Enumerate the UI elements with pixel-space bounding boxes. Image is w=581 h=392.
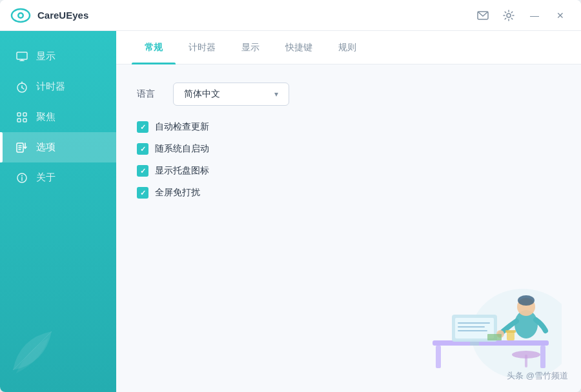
desk-illustration-icon [394,250,562,379]
svg-rect-39 [525,355,527,368]
watermark: 头条 @雪竹频道 [507,370,568,382]
minimize-button[interactable]: — [524,5,545,26]
svg-rect-14 [17,119,21,122]
language-select[interactable]: 简体中文 ▾ [173,83,289,106]
tab-rules[interactable]: 规则 [325,31,369,64]
sidebar-item-focus[interactable]: 聚焦 [0,102,116,132]
svg-rect-27 [540,346,545,368]
svg-rect-12 [17,113,21,116]
title-bar-right: — ✕ [473,5,571,26]
language-row: 语言 简体中文 ▾ [137,83,560,106]
checkbox-auto-update[interactable]: ✓ 自动检查更新 [137,121,560,133]
sidebar-focus-label: 聚焦 [36,111,56,123]
content-area: 常规 计时器 显示 快捷键 规则 语言 [116,31,581,392]
timer-icon [15,81,28,93]
checkmark-icon: ✓ [140,189,146,197]
sidebar-timer-label: 计时器 [36,81,65,93]
checkmark-icon: ✓ [140,123,146,132]
sidebar-options-label: 选项 [36,141,56,153]
options-icon [15,142,28,153]
gear-icon [503,10,515,21]
svg-rect-5 [17,52,27,59]
close-icon: ✕ [556,10,564,21]
svg-point-2 [19,14,23,17]
svg-line-11 [22,88,24,89]
email-button[interactable] [473,5,493,26]
settings-button[interactable] [498,5,519,26]
checkbox-auto-update-label: 自动检查更新 [155,121,209,133]
checkbox-fullscreen-dnd-box: ✓ [137,187,148,199]
checkbox-fullscreen-dnd-label: 全屏免打扰 [155,187,200,199]
app-title: CareUEyes [37,10,88,21]
minimize-icon: — [530,10,539,21]
checkbox-startup-box: ✓ [137,143,148,155]
display-icon [15,51,28,63]
checkbox-auto-update-box: ✓ [137,121,148,133]
leaf-decoration-icon [6,325,58,377]
svg-point-4 [507,14,511,17]
focus-icon [15,112,28,123]
email-icon [477,11,489,20]
checkbox-fullscreen-dnd[interactable]: ✓ 全屏免打扰 [137,187,560,199]
checkbox-tray-icon[interactable]: ✓ 显示托盘图标 [137,165,560,177]
sidebar-about-label: 关于 [36,172,56,184]
settings-content: 语言 简体中文 ▾ ✓ 自动检查更新 [116,64,581,392]
title-bar: CareUEyes — ✕ [0,0,581,31]
svg-rect-13 [23,113,26,116]
tabs-bar: 常规 计时器 显示 快捷键 规则 [116,31,581,64]
tab-display[interactable]: 显示 [229,31,272,64]
sidebar-item-about[interactable]: 关于 [0,162,116,193]
svg-rect-26 [436,346,441,368]
svg-rect-33 [470,342,479,346]
title-bar-left: CareUEyes [10,5,88,26]
sidebar-decoration [6,325,58,379]
sidebar-item-timer[interactable]: 计时器 [0,72,116,102]
svg-rect-40 [507,331,515,340]
svg-rect-41 [505,330,516,333]
chevron-down-icon: ▾ [274,90,278,99]
svg-rect-15 [23,119,26,122]
svg-point-36 [518,295,535,306]
sidebar: 显示 计时器 [0,31,116,392]
checkbox-startup-label: 随系统自启动 [155,143,209,155]
app-logo-icon [10,5,31,26]
language-value: 简体中文 [184,88,220,100]
tab-shortcuts[interactable]: 快捷键 [272,31,325,64]
checkboxes-section: ✓ 自动检查更新 ✓ 随系统自启动 ✓ 显示托盘图 [137,121,560,199]
watermark-text: 头条 @雪竹频道 [507,371,568,380]
checkmark-icon: ✓ [140,167,146,175]
checkbox-startup[interactable]: ✓ 随系统自启动 [137,143,560,155]
about-icon [15,172,28,184]
sidebar-item-display[interactable]: 显示 [0,41,116,72]
main-layout: 显示 计时器 [0,31,581,392]
sidebar-display-label: 显示 [36,50,56,63]
checkmark-icon: ✓ [140,145,146,153]
illustration [394,250,562,379]
sidebar-item-options[interactable]: 选项 [0,132,116,162]
checkbox-tray-icon-label: 显示托盘图标 [155,165,209,177]
checkbox-tray-icon-box: ✓ [137,165,148,177]
close-button[interactable]: ✕ [550,5,571,26]
tab-general[interactable]: 常规 [132,31,176,64]
svg-rect-42 [487,334,502,340]
svg-point-23 [21,175,23,176]
language-label: 语言 [137,88,163,100]
app-window: CareUEyes — ✕ [0,0,581,392]
tab-timer[interactable]: 计时器 [176,31,229,64]
